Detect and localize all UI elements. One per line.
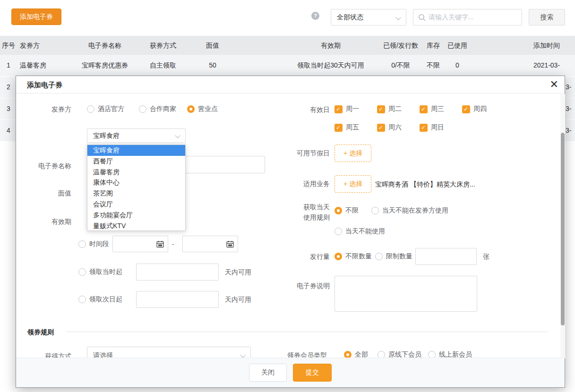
radio-icon <box>78 240 86 248</box>
dropdown-option[interactable]: 温馨客房 <box>87 167 185 178</box>
dropdown-option[interactable]: 会议厅 <box>87 199 185 210</box>
from-next-day-days-input[interactable] <box>136 291 219 308</box>
radio-label: 限制数量 <box>386 252 412 261</box>
col-issued: 已领/发行数 <box>378 36 424 55</box>
checkbox-checked-icon <box>420 124 428 132</box>
search-placeholder: 请输入关键字... <box>429 9 474 25</box>
cell-index: 1 <box>0 55 17 76</box>
add-coupon-button[interactable]: 添加电子券 <box>11 9 61 25</box>
outlet-dropdown-panel: 宝晖食府 西餐厅 温馨客房 康体中心 茶艺阁 会议厅 多功能宴会厅 量贩式KTV <box>87 145 186 231</box>
status-filter-value: 全部状态 <box>337 13 363 21</box>
close-button[interactable]: 关闭 <box>249 364 287 382</box>
radio-icon <box>371 207 379 214</box>
date-range-separator: - <box>172 239 174 249</box>
clipped-date-fragment: 3- <box>566 120 571 141</box>
radio-label: 领取次日起 <box>89 295 122 304</box>
issuer-radio-hotel[interactable]: 酒店官方 <box>87 104 124 114</box>
chevron-down-icon <box>175 133 180 138</box>
cell-face-value: 50 <box>189 55 236 76</box>
dropdown-option[interactable]: 茶艺阁 <box>87 188 185 199</box>
section-divider <box>66 332 548 332</box>
description-label: 电子券说明 <box>262 281 330 291</box>
radio-label: 不限 <box>345 206 359 215</box>
issuance-unlimited-radio[interactable]: 不限数量 <box>335 252 372 261</box>
dialog-scrollbar-track[interactable] <box>560 94 565 358</box>
dropdown-option[interactable]: 量贩式KTV <box>87 221 185 231</box>
dropdown-option[interactable]: 宝晖食府 <box>87 145 185 156</box>
valid-day-saturday[interactable]: 周六 <box>377 123 402 132</box>
radio-icon <box>139 105 146 113</box>
radio-icon <box>78 268 86 276</box>
close-icon[interactable]: ✕ <box>550 78 558 91</box>
validity-end-date-input[interactable] <box>182 236 238 252</box>
submit-button[interactable]: 提交 <box>293 364 332 382</box>
holidays-select-button[interactable]: + 选择 <box>335 145 371 162</box>
same-day-not-at-issuer-radio[interactable]: 当天不能在发券方使用 <box>371 206 448 215</box>
valid-day-tuesday[interactable]: 周二 <box>377 104 402 114</box>
checkbox-label: 周六 <box>388 123 402 132</box>
radio-label: 当天不能使用 <box>345 227 385 236</box>
business-selected-value: 宝晖商务酒 【特价】精英大床房... <box>375 179 475 189</box>
same-day-not-usable-radio[interactable]: 当天不能使用 <box>335 227 385 236</box>
radio-label: 时间段 <box>89 240 109 248</box>
outlet-select[interactable]: 宝晖食府 <box>87 128 186 143</box>
issuance-limited-radio[interactable]: 限制数量 <box>375 252 412 261</box>
radio-label: 营业点 <box>198 105 218 113</box>
dialog-title: 添加电子券 <box>27 76 62 94</box>
clipped-date-fragment: 3- <box>566 98 571 119</box>
col-used: 已使用 <box>443 36 472 55</box>
col-stock: 库存 <box>424 36 443 55</box>
issuance-unit: 张 <box>483 252 489 261</box>
status-filter-select[interactable]: 全部状态 <box>331 9 406 26</box>
same-day-rule-label-line1: 获取当天 <box>262 202 330 212</box>
radio-label: 不限数量 <box>345 252 372 261</box>
col-acquire: 获券方式 <box>135 36 191 55</box>
radio-label: 当天不能在发券方使用 <box>382 206 448 215</box>
cell-index: 2 <box>0 77 17 98</box>
add-coupon-dialog: 添加电子券 ✕ 发券方 酒店官方 合作商家 营业点 宝晖食府 电子券名称 面值 … <box>16 76 565 388</box>
validity-time-range-radio[interactable]: 时间段 <box>78 239 109 249</box>
issuer-radio-partner[interactable]: 合作商家 <box>139 104 176 114</box>
outlet-select-value: 宝晖食府 <box>93 132 120 139</box>
radio-label: 合作商家 <box>150 105 176 113</box>
issuance-quantity-input[interactable] <box>415 248 477 265</box>
dialog-scrollbar-thumb[interactable] <box>561 133 565 325</box>
same-day-unlimited-radio[interactable]: 不限 <box>335 206 359 215</box>
checkbox-label: 周三 <box>431 105 444 113</box>
validity-start-date-input[interactable] <box>112 236 168 252</box>
coupon-name-label: 电子券名称 <box>16 161 71 170</box>
issuer-radio-outlet[interactable]: 营业点 <box>187 104 218 114</box>
valid-day-thursday[interactable]: 周四 <box>462 104 487 114</box>
valid-day-sunday[interactable]: 周日 <box>420 123 444 132</box>
dropdown-option[interactable]: 西餐厅 <box>87 156 185 167</box>
business-select-button[interactable]: + 选择 <box>335 175 371 193</box>
checkbox-label: 周五 <box>346 123 359 132</box>
claim-rules-title: 领券规则 <box>27 327 54 337</box>
checkbox-label: 周一 <box>346 105 359 113</box>
search-button[interactable]: 搜索 <box>529 9 565 26</box>
validity-label: 有效期 <box>16 217 71 226</box>
from-receipt-days-input[interactable] <box>136 264 219 281</box>
from-receipt-suffix: 天内可用 <box>225 267 251 277</box>
help-icon[interactable]: ? <box>311 12 319 20</box>
validity-from-next-day-radio[interactable]: 领取次日起 <box>78 295 122 304</box>
checkbox-label: 周二 <box>388 105 402 113</box>
cell-validity: 领取当时起30天内可用 <box>274 55 387 76</box>
valid-day-friday[interactable]: 周五 <box>335 123 359 132</box>
radio-icon <box>375 253 383 260</box>
dialog-header: 添加电子券 ✕ <box>16 76 565 94</box>
description-textarea[interactable] <box>335 276 477 312</box>
valid-day-wednesday[interactable]: 周三 <box>420 104 444 114</box>
chevron-down-icon <box>240 352 245 358</box>
radio-icon <box>87 105 94 113</box>
validity-from-receipt-radio[interactable]: 领取当时起 <box>78 267 122 277</box>
dropdown-option[interactable]: 多功能宴会厅 <box>87 210 185 221</box>
valid-day-monday[interactable]: 周一 <box>335 104 359 114</box>
app-screen: 添加电子券 ? 全部状态 请输入关键字... 搜索 序号 发券方 电子券名称 获… <box>0 0 575 392</box>
search-input[interactable]: 请输入关键字... <box>413 9 522 26</box>
radio-selected-icon <box>187 105 195 113</box>
cell-index: 3 <box>0 98 17 119</box>
cell-index: 4 <box>0 120 17 141</box>
dropdown-option[interactable]: 康体中心 <box>87 177 185 188</box>
cell-issued: 0/不限 <box>378 55 424 76</box>
